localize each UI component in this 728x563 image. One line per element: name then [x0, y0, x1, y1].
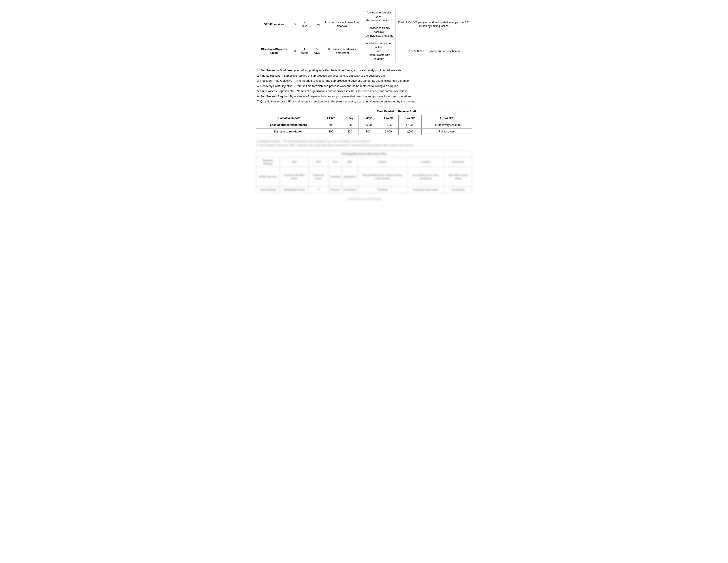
recovery-row2-col2: 400 — [341, 128, 358, 135]
blurred-r2-c3: Finance — [328, 187, 342, 193]
recovery-data-row-1: Loss of students/customers 500 1,000 5,0… — [256, 122, 472, 128]
recovery-row1-col1: 500 — [321, 122, 341, 128]
blurred-col-1: Title — [280, 157, 309, 167]
col-header-6: > 2 weeks — [421, 115, 472, 122]
list-item-5: Sub-Process Depends On – Names of organi… — [260, 89, 472, 93]
recovery-row2-col5: 1,500 — [398, 128, 421, 135]
cell-depends-2: IT services, academics, enrollment — [323, 40, 362, 63]
recovery-row1-col4: 13,000 — [378, 122, 399, 128]
blurred-col-4: SPO — [342, 157, 358, 167]
list-item-6: Sub-Process Required By – Names of organ… — [260, 94, 472, 99]
blurred-header-row: Strategy/Business Recovery Plan — [256, 150, 472, 157]
recovery-section: Time Needed to Recover Staff Qualitative… — [256, 108, 472, 135]
blurred-r2-c5: Funding — [358, 187, 407, 193]
blurred-section: 1. Qualitative Impact – The financial im… — [256, 140, 472, 200]
recovery-row1-col0: Loss of students/customers — [256, 122, 321, 128]
cell-service-1: OTS/IT services — [256, 9, 292, 40]
col-header-2: 1 day — [341, 115, 358, 122]
blurred-r1-c6: Any reduce your costs enrollment — [407, 167, 444, 187]
blurred-table-header: Strategy/Business Recovery Plan — [256, 150, 472, 157]
recovery-col-header-row: Qualitative Impact < 4 hrs 1 day 3 days … — [256, 115, 472, 122]
blurred-r2-c6: Academics and online — [407, 187, 444, 193]
blurred-table-section: Strategy/Business Recovery Plan Business… — [256, 150, 472, 193]
cell-rto-1: 2 days — [298, 9, 311, 40]
notes-list: Sub-Process – Brief description of suppo… — [260, 68, 472, 104]
recovery-data-row-2: Damage to reputation 100 400 800 1,000 1… — [256, 128, 472, 135]
recovery-row2-col3: 800 — [358, 128, 378, 135]
blurred-r2-c7: Enrollment — [444, 187, 472, 193]
cell-priority-2: 6 — [292, 40, 298, 63]
blurred-r2-c2: 6 — [309, 187, 328, 193]
cell-impact-1: Cost of 250,000 per year and anticipated… — [396, 9, 472, 40]
blurred-r2-c0: Towson/Email — [256, 187, 280, 193]
col-header-3: 3 days — [358, 115, 378, 122]
recovery-row1-col3: 5,000 — [358, 122, 378, 128]
recovery-row1-col2: 1,000 — [341, 122, 358, 128]
col-header-5: 2 weeks — [398, 115, 421, 122]
blurred-r2-c4: enrollment — [342, 187, 358, 193]
table-row-1: OTS/IT services 5 2 days 1 day Funding f… — [256, 9, 472, 40]
cell-rpo-2: 3 days — [311, 40, 323, 63]
blurred-r1-c3: Funding — [328, 167, 342, 187]
blurred-note-1: 1. Qualitative Impact – The financial im… — [256, 140, 472, 143]
blurred-notes: 1. Qualitative Impact – The financial im… — [256, 140, 472, 147]
blurred-r1-c0: OTS/IT services — [256, 167, 280, 187]
blurred-r1-c1: 2 weeks and other items — [280, 167, 309, 187]
page-footer: College Recovery BIA Template — [256, 197, 472, 200]
recovery-main-header: Time Needed to Recover Staff — [321, 108, 472, 115]
blurred-r2-c1: Blackboard/ email — [280, 187, 309, 193]
cell-rpo-1: 1 day — [311, 9, 323, 40]
blurred-r1-c7: may help to extra items — [444, 167, 472, 187]
list-item-2: Priority Ranking – Subjective ranking of… — [260, 73, 472, 78]
recovery-header-span-row: Time Needed to Recover Staff — [256, 108, 472, 115]
col-header-1: < 4 hrs — [321, 115, 341, 122]
blurred-note-2: 2. Time Needed to Recover Staff – indica… — [256, 144, 472, 147]
cell-service-2: Blackboard/Towson Email — [256, 40, 292, 63]
recovery-row1-col6: Full Recovery (21,000) — [421, 122, 472, 128]
recovery-row1-col5: 17,000 — [398, 122, 421, 128]
col-header-4: 1 week — [378, 115, 399, 122]
list-item-3: Recovery Time Objective – Time needed to… — [260, 79, 472, 83]
recovery-row2-col4: 1,000 — [378, 128, 399, 135]
cell-priority-1: 5 — [292, 9, 298, 40]
blurred-r1-c5: Any problems may require having some ven… — [358, 167, 407, 187]
cell-required-2: Academics to function onlineandCommunica… — [362, 40, 396, 63]
top-table: OTS/IT services 5 2 days 1 day Funding f… — [256, 9, 472, 63]
blurred-r1-c2: Financial items — [309, 167, 328, 187]
recovery-row2-col6: Full recovery — [421, 128, 472, 135]
cell-rto-2: 1 week — [298, 40, 311, 63]
blurred-data-row-1: OTS/IT services 2 weeks and other items … — [256, 167, 472, 187]
blurred-col-7: Comments — [444, 157, 472, 167]
blurred-col-2: RTO — [309, 157, 328, 167]
list-item-4: Recovery Point Objective – Point in time… — [260, 84, 472, 88]
blurred-data-row-2: Towson/Email Blackboard/ email 6 Finance… — [256, 187, 472, 193]
blurred-col-0: Business Strategy — [256, 157, 280, 167]
blurred-col-5: Vendor — [358, 157, 407, 167]
list-item-7: Quantitative Impact – Financial amount a… — [260, 99, 472, 104]
blurred-table: Strategy/Business Recovery Plan Business… — [256, 150, 472, 193]
list-item-1: Sub-Process – Brief description of suppo… — [260, 68, 472, 73]
blurred-col-6: Location — [407, 157, 444, 167]
cell-impact-2: Cost 350,000 to upkeep and run each year — [396, 40, 472, 63]
cell-depends-1: Funding for employees from financial — [323, 9, 362, 40]
blurred-r1-c4: enrollment — [342, 167, 358, 187]
recovery-row2-col1: 100 — [321, 128, 341, 135]
blurred-col-3: Time — [328, 157, 342, 167]
recovery-row2-col0: Damage to reputation — [256, 128, 321, 135]
col-header-0: Qualitative Impact — [256, 115, 321, 122]
cell-required-1: Any other university systemMay require t… — [362, 9, 396, 40]
blurred-col-header-row: Business Strategy Title RTO Time SPO Ven… — [256, 157, 472, 167]
table-row-2: Blackboard/Towson Email 6 1 week 3 days … — [256, 40, 472, 63]
recovery-table: Time Needed to Recover Staff Qualitative… — [256, 108, 472, 135]
